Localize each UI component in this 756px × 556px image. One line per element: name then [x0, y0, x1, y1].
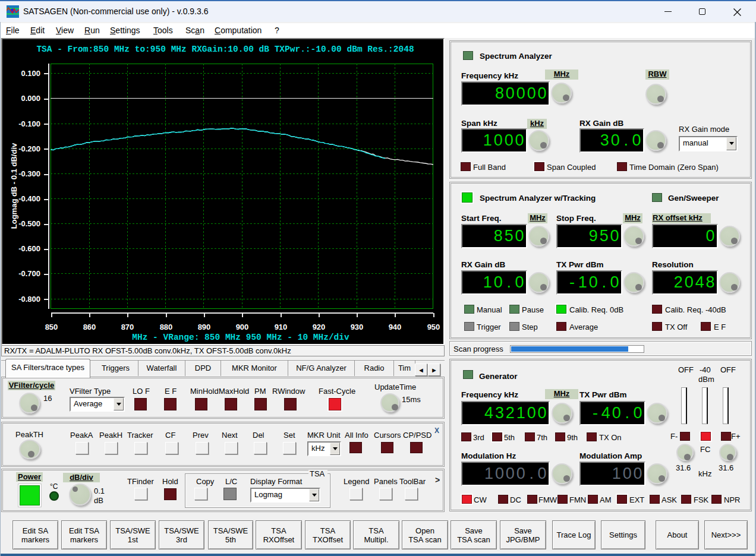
svg-text:0.100: 0.100: [21, 69, 40, 78]
svg-text:910: 910: [275, 323, 288, 331]
svg-text:880: 880: [160, 323, 173, 331]
svg-text:920: 920: [313, 323, 326, 331]
svg-text:900: 900: [236, 323, 249, 331]
svg-text:930: 930: [351, 323, 364, 331]
svg-text:TSA - From:850 MHz to:950 MHz: TSA - From:850 MHz to:950 MHz RXGain:10.…: [36, 45, 414, 54]
svg-text:Logmag dB - 0.1 dB/div: Logmag dB - 0.1 dB/div: [10, 143, 18, 229]
svg-text:MHz - VRange: 850 MHz 950 MHz: MHz - VRange: 850 MHz 950 MHz - 10 MHz/d…: [132, 333, 349, 342]
svg-text:-0.100: -0.100: [18, 119, 40, 128]
svg-text:950: 950: [427, 323, 440, 331]
svg-text:850: 850: [45, 323, 58, 331]
svg-text:-0.600: -0.600: [18, 244, 40, 253]
svg-text:-0.700: -0.700: [18, 269, 40, 278]
svg-text:0.000: 0.000: [21, 94, 40, 103]
svg-text:870: 870: [121, 323, 134, 331]
svg-text:860: 860: [83, 323, 96, 331]
svg-text:940: 940: [389, 323, 402, 331]
svg-text:-0.400: -0.400: [18, 194, 40, 203]
svg-text:-0.300: -0.300: [18, 169, 40, 178]
svg-text:890: 890: [198, 323, 211, 331]
svg-text:-0.200: -0.200: [18, 144, 40, 153]
svg-text:-0.800: -0.800: [18, 295, 40, 304]
svg-text:-0.500: -0.500: [18, 219, 40, 228]
